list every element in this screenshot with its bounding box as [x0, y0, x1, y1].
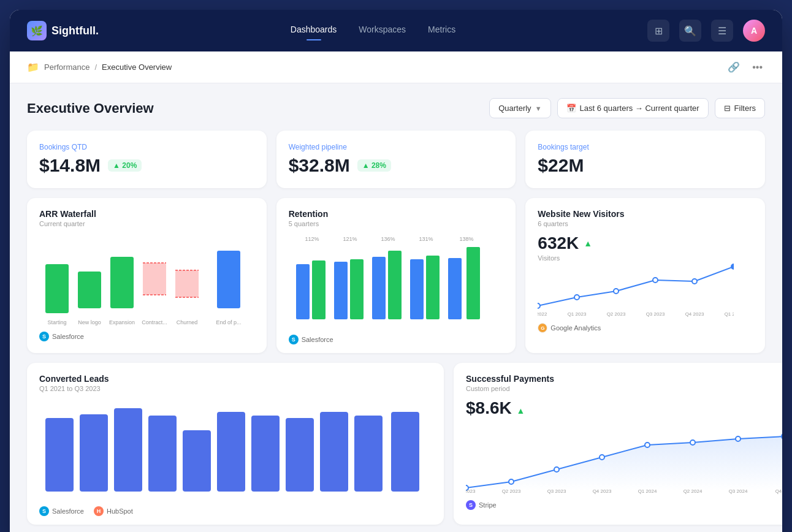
breadcrumb: 📁 Performance / Executive Overview — [27, 61, 172, 73]
svg-rect-52 — [354, 416, 383, 492]
svg-point-34 — [653, 278, 658, 283]
svg-rect-29 — [448, 258, 462, 319]
retention-card: Retention 5 quarters 112% 121% 136% 131%… — [276, 198, 516, 353]
converted-leads-chart — [39, 398, 432, 496]
arr-waterfall-source: S Salesforce — [39, 332, 254, 341]
svg-rect-23 — [334, 262, 348, 319]
calendar-icon: 📅 — [566, 104, 576, 113]
svg-text:Q4 2022: Q4 2022 — [538, 311, 547, 317]
svg-rect-22 — [312, 260, 326, 319]
main-content: Executive Overview Quarterly ▼ 📅 Last 6 … — [10, 83, 782, 532]
salesforce-icon: S — [39, 332, 49, 341]
svg-rect-44 — [80, 414, 108, 492]
google-analytics-icon: G — [538, 323, 547, 333]
svg-text:Churned: Churned — [177, 319, 198, 325]
breadcrumb-separator: / — [94, 63, 97, 72]
charts-row-2: Converted Leads Q1 2021 to Q3 2023 — [27, 363, 765, 525]
breadcrumb-bar: 📁 Performance / Executive Overview 🔗 ••• — [10, 51, 782, 83]
svg-rect-3 — [143, 263, 166, 295]
layout-icon-button[interactable]: ⊞ — [647, 20, 669, 42]
menu-icon-button[interactable]: ☰ — [711, 20, 733, 42]
successful-payments-subtitle: Custom period — [466, 385, 782, 392]
up-arrow-icon: ▲ — [517, 406, 525, 416]
salesforce-icon-2: S — [289, 335, 299, 344]
kpi-row: Bookings QTD $14.8M ▲ 20% Weighted pipel… — [27, 131, 765, 188]
svg-rect-2 — [110, 257, 134, 308]
svg-text:Expansion: Expansion — [109, 319, 135, 325]
date-range-selector[interactable]: 📅 Last 6 quarters → Current quarter — [557, 98, 709, 118]
stripe-source: S Stripe — [466, 500, 782, 510]
svg-text:136%: 136% — [381, 236, 395, 242]
nav-dashboards[interactable]: Dashboards — [291, 25, 337, 37]
filters-label: Filters — [734, 104, 756, 113]
arr-waterfall-subtitle: Current quarter — [39, 220, 254, 227]
page-title: Executive Overview — [27, 101, 154, 116]
converted-leads-title: Converted Leads — [39, 374, 432, 384]
weighted-pipeline-value: $32.8M ▲ 28% — [289, 155, 504, 176]
more-options-button[interactable]: ••• — [750, 59, 765, 75]
svg-text:Q3 2023: Q3 2023 — [547, 488, 566, 494]
svg-point-56 — [509, 479, 514, 484]
svg-text:Q3 2023: Q3 2023 — [646, 311, 665, 317]
svg-point-58 — [600, 455, 604, 460]
svg-rect-45 — [114, 408, 142, 492]
svg-rect-30 — [466, 247, 480, 319]
filters-button[interactable]: ⊟ Filters — [715, 98, 765, 118]
svg-text:112%: 112% — [305, 236, 319, 242]
svg-rect-0 — [45, 264, 69, 313]
link-icon-button[interactable]: 🔗 — [725, 59, 742, 75]
svg-rect-53 — [391, 412, 419, 492]
svg-point-33 — [614, 289, 619, 294]
svg-rect-27 — [410, 259, 424, 319]
user-avatar[interactable]: A — [743, 20, 765, 42]
svg-point-59 — [645, 443, 650, 447]
period-selector[interactable]: Quarterly ▼ — [489, 98, 550, 118]
svg-rect-1 — [78, 272, 101, 308]
bookings-qtd-label: Bookings QTD — [39, 143, 254, 151]
svg-text:New logo: New logo — [78, 319, 101, 325]
breadcrumb-parent[interactable]: Performance — [44, 63, 89, 72]
retention-chart: 112% 121% 136% 131% 138% — [289, 234, 504, 329]
arr-waterfall-card: ARR Waterfall Current quarter — [27, 198, 267, 353]
chevron-down-icon: ▼ — [535, 105, 542, 112]
navigation: 🌿 Sightfull. Dashboards Workspaces Metri… — [10, 10, 782, 51]
bookings-qtd-value: $14.8M ▲ 20% — [39, 155, 254, 176]
successful-payments-title: Successful Payments — [466, 374, 782, 384]
svg-rect-49 — [251, 416, 280, 492]
svg-text:138%: 138% — [459, 236, 473, 242]
breadcrumb-current: Executive Overview — [102, 63, 172, 72]
logo-text: Sightfull. — [51, 25, 99, 37]
charts-row-1: ARR Waterfall Current quarter — [27, 198, 765, 353]
svg-point-61 — [736, 436, 741, 441]
salesforce-icon-3: S — [39, 506, 49, 516]
successful-payments-card: Successful Payments Custom period $8.6K … — [454, 363, 782, 525]
svg-rect-47 — [183, 430, 211, 492]
hubspot-source: H HubSpot — [94, 506, 133, 516]
arr-waterfall-title: ARR Waterfall — [39, 209, 254, 219]
successful-payments-chart: Q1 2023 Q2 2023 Q3 2023 Q4 2023 Q1 2024 … — [466, 420, 782, 494]
nav-metrics[interactable]: Metrics — [428, 25, 455, 37]
google-analytics-source: G Google Analytics — [538, 323, 753, 333]
svg-point-32 — [574, 295, 579, 300]
nav-actions: ⊞ 🔍 ☰ A — [647, 20, 765, 42]
svg-rect-43 — [45, 418, 74, 492]
website-visitors-title: Website New Visitors — [538, 209, 753, 219]
svg-rect-9 — [217, 251, 240, 308]
svg-text:Q2 2023: Q2 2023 — [502, 488, 521, 494]
weighted-pipeline-label: Weighted pipeline — [289, 143, 504, 151]
breadcrumb-actions: 🔗 ••• — [725, 59, 765, 75]
svg-rect-25 — [372, 257, 386, 319]
svg-text:Q1 2023: Q1 2023 — [568, 311, 587, 317]
search-icon-button[interactable]: 🔍 — [679, 20, 701, 42]
svg-text:Q3 2024: Q3 2024 — [729, 488, 748, 494]
period-label: Quarterly — [498, 104, 531, 113]
svg-rect-24 — [350, 259, 364, 319]
nav-workspaces[interactable]: Workspaces — [359, 25, 406, 37]
weighted-pipeline-card: Weighted pipeline $32.8M ▲ 28% — [276, 131, 516, 188]
converted-leads-sources: S Salesforce H HubSpot — [39, 500, 432, 516]
converted-leads-subtitle: Q1 2021 to Q3 2023 — [39, 385, 432, 392]
svg-text:Q2 2023: Q2 2023 — [607, 311, 626, 317]
svg-text:131%: 131% — [419, 236, 433, 242]
svg-point-62 — [782, 433, 782, 439]
bookings-target-value: $22M — [538, 155, 753, 176]
